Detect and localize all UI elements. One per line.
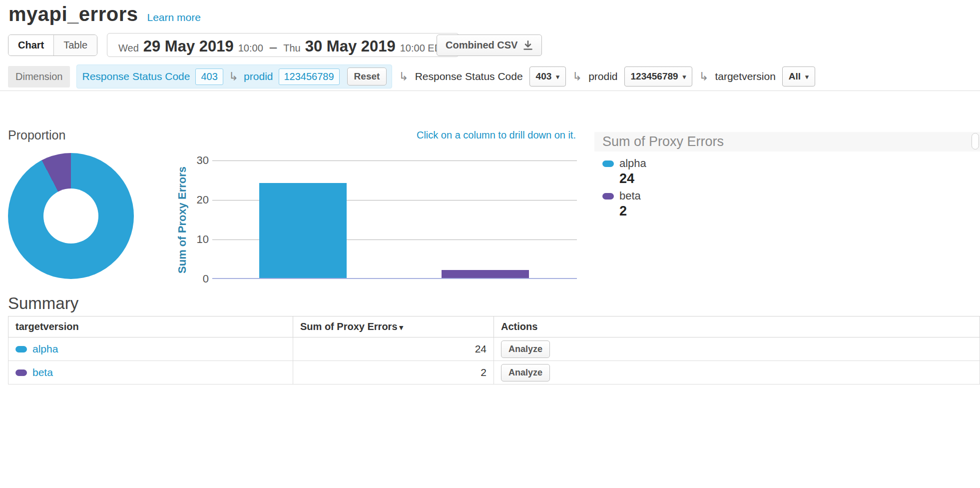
report-title: myapi_errors (8, 3, 138, 26)
legend-item-alpha[interactable]: alpha (602, 157, 980, 170)
response-status-code-value: 403 (536, 71, 552, 82)
alpha-link[interactable]: alpha (32, 343, 58, 355)
table-view-button[interactable]: Table (54, 35, 97, 56)
alpha-color-swatch (602, 160, 614, 167)
y-tick-10: 10 (189, 233, 209, 246)
combined-csv-label: Combined CSV (446, 40, 517, 51)
beta-link[interactable]: beta (32, 366, 53, 378)
combined-csv-button[interactable]: Combined CSV (437, 34, 542, 56)
drilldown-arrow-icon: ↳ (699, 71, 708, 82)
legend-value-beta: 2 (619, 204, 980, 219)
breadcrumb-filter-1-name[interactable]: prodid (244, 70, 273, 82)
filter-bar: Dimension Response Status Code 403 ↳ pro… (8, 66, 980, 88)
alpha-color-swatch (15, 346, 27, 352)
end-day: Thu (283, 42, 300, 54)
breadcrumb-filter-0-name[interactable]: Response Status Code (82, 70, 190, 82)
start-date: 29 May 2019 (143, 38, 234, 56)
x-axis-baseline (212, 278, 577, 279)
dropdown-caret-icon: ▾ (805, 73, 809, 80)
breadcrumb-filter-0-value[interactable]: 403 (195, 68, 223, 85)
bar-beta[interactable] (442, 270, 529, 278)
y-tick-0: 0 (189, 272, 209, 286)
legend-body: alpha 24 beta 2 (594, 152, 980, 219)
view-toggle: Chart Table (8, 34, 97, 56)
y-axis-label: Sum of Proxy Errors (176, 160, 189, 279)
beta-value: 2 (293, 361, 494, 384)
dropdown-label-response-status-code: Response Status Code (415, 70, 523, 82)
breadcrumb-filter-1-value[interactable]: 123456789 (279, 68, 340, 85)
reset-button[interactable]: Reset (347, 68, 387, 86)
drilldown-arrow-icon: ↳ (572, 71, 582, 82)
summary-title: Summary (8, 294, 78, 313)
column-header-sum-of-proxy-errors[interactable]: Sum of Proxy Errors▾ (293, 316, 494, 338)
chart-view-button[interactable]: Chart (8, 35, 54, 56)
gridline (212, 160, 577, 161)
targetversion-select[interactable]: All ▾ (782, 66, 815, 86)
column-header-actions: Actions (494, 316, 980, 338)
legend-label-beta: beta (619, 190, 641, 202)
date-range-separator: – (270, 40, 277, 55)
donut-hole (43, 188, 98, 244)
prodid-value: 123456789 (631, 71, 678, 82)
table-row-alpha: alpha 24 Analyze (8, 338, 980, 361)
bar-alpha[interactable] (259, 183, 347, 278)
bar-chart (212, 160, 577, 279)
dimension-label: Dimension (8, 66, 70, 88)
drilldown-hint: Click on a column to drill down on it. (417, 130, 576, 141)
dropdown-label-prodid: prodid (588, 70, 617, 82)
drilldown-arrow-icon: ↳ (229, 71, 238, 82)
download-icon (523, 40, 533, 50)
alpha-value: 24 (293, 338, 494, 361)
sort-descending-icon: ▾ (400, 323, 404, 332)
legend-value-alpha: 24 (619, 171, 980, 186)
filter-breadcrumb: Response Status Code 403 ↳ prodid 123456… (76, 64, 392, 88)
y-tick-30: 30 (189, 154, 209, 167)
page-header: myapi_errors Learn more (8, 3, 201, 26)
legend-scrollbar-thumb[interactable] (972, 133, 979, 150)
summary-table: targetversion Sum of Proxy Errors▾ Actio… (8, 316, 980, 384)
drilldown-arrow-icon: ↳ (399, 71, 408, 82)
donut-chart[interactable] (8, 153, 134, 279)
analyze-alpha-button[interactable]: Analyze (501, 340, 550, 358)
legend-label-alpha: alpha (619, 157, 646, 170)
legend-panel: Sum of Proxy Errors alpha 24 beta 2 (594, 132, 980, 222)
table-header-row: targetversion Sum of Proxy Errors▾ Actio… (8, 316, 980, 338)
table-row-beta: beta 2 Analyze (8, 361, 980, 384)
column-header-targetversion[interactable]: targetversion (8, 316, 293, 338)
prodid-select[interactable]: 123456789 ▾ (624, 66, 693, 86)
targetversion-value: All (789, 71, 801, 82)
learn-more-link[interactable]: Learn more (147, 12, 200, 24)
beta-color-swatch (15, 370, 27, 376)
beta-color-swatch (602, 193, 614, 200)
analyze-beta-button[interactable]: Analyze (501, 364, 550, 382)
legend-item-beta[interactable]: beta (602, 190, 980, 202)
y-tick-20: 20 (189, 194, 209, 206)
start-time: 10:00 (238, 42, 263, 54)
proportion-title: Proportion (8, 128, 65, 142)
end-date: 30 May 2019 (305, 38, 396, 56)
dropdown-caret-icon: ▾ (556, 73, 559, 80)
start-day: Wed (118, 42, 139, 54)
response-status-code-select[interactable]: 403 ▾ (529, 66, 566, 86)
date-range-picker[interactable]: Wed 29 May 2019 10:00 – Thu 30 May 2019 … (107, 33, 459, 57)
legend-title: Sum of Proxy Errors (594, 132, 980, 152)
section-divider (0, 90, 980, 91)
dropdown-label-targetversion: targetversion (715, 70, 775, 82)
dropdown-caret-icon: ▾ (683, 73, 686, 80)
